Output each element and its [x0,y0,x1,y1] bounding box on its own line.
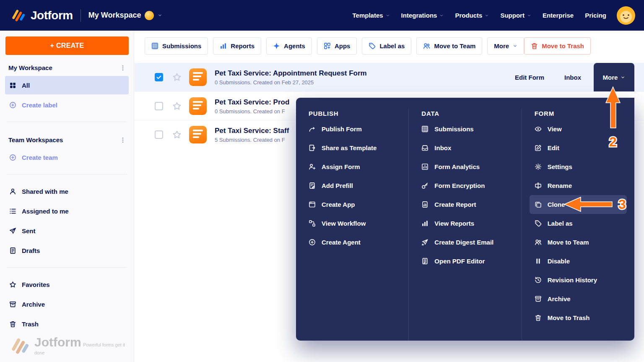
menu-item-create-agent[interactable]: Create Agent [304,233,401,252]
menu-item-share-as-template[interactable]: Share as Template [304,138,401,157]
star-icon[interactable] [172,130,182,139]
sidebar-item-label: Shared with me [22,188,68,195]
menu-item-label: Create App [322,201,355,208]
sidebar-item-assigned-to-me[interactable]: Assigned to me [5,202,129,220]
menu-item-assign-form[interactable]: Assign Form [304,157,401,176]
sidebar-item-shared-with-me[interactable]: Shared with me [5,182,129,201]
sidebar-item-archive[interactable]: Archive [5,295,129,313]
menu-item-view[interactable]: View [530,120,627,138]
menu-item-create-digest-email[interactable]: Create Digest Email [416,233,514,252]
menu-item-archive[interactable]: Archive [530,289,627,308]
analytics-icon [421,163,428,170]
edit-form-link[interactable]: Edit Form [515,74,544,81]
row-checkbox[interactable] [155,130,163,139]
jotform-watermark: Jotform Powerful forms get it done [10,336,134,356]
nav-item-integrations[interactable]: Integrations [401,12,444,19]
toolbar-button-label: Label as [379,42,405,49]
chevron-down-icon [527,13,531,18]
jotform-logo-icon [11,8,26,23]
menu-item-view-workflow[interactable]: View Workflow [304,214,401,233]
menu-item-form-encryption[interactable]: Form Encryption [416,176,514,195]
sidebar-item-favorites[interactable]: Favorites [5,275,129,294]
menu-item-label: Form Encryption [434,182,485,189]
star-icon[interactable] [172,102,182,111]
grid-icon [151,42,158,49]
sidebar-item-label: All [22,82,30,89]
menu-item-create-app[interactable]: Create App [304,195,401,214]
sidebar-item-create-label[interactable]: Create label [5,96,129,114]
menu-item-settings[interactable]: Settings [530,157,627,176]
trash-icon [531,42,538,49]
plus-circle-icon [9,154,16,161]
form-row-text: Pet Taxi Service: Prod0 Submissions. Cre… [215,98,289,115]
nav-item-pricing[interactable]: Pricing [585,12,606,19]
inbox-link[interactable]: Inbox [564,74,581,81]
doc-icon [9,247,16,254]
menu-item-label-as[interactable]: Label as [530,214,627,233]
sidebar-item-trash[interactable]: Trash [5,315,129,333]
form-title: Pet Taxi Service: Staff [215,126,289,135]
toolbar-apps-button[interactable]: Apps [317,37,357,55]
nav-item-products[interactable]: Products [455,12,489,19]
sidebar-item-sent[interactable]: Sent [5,221,129,240]
toolbar-more-label: More [494,42,509,49]
form-row[interactable]: Pet Taxi Service: Appointment Request Fo… [135,63,644,91]
row-more-button[interactable]: More [594,63,634,91]
trash-icon [535,314,542,321]
nav-item-templates[interactable]: Templates [352,12,390,19]
toolbar-button-label: Apps [335,42,351,49]
workspace-switcher[interactable]: My Workspace [88,11,163,20]
sidebar-item-drafts[interactable]: Drafts [5,241,129,260]
menu-item-label: Label as [548,220,573,227]
menu-item-view-reports[interactable]: View Reports [416,214,514,233]
report-icon [421,201,428,208]
form-meta: 0 Submissions. Created on Feb 27, 2025 [215,79,367,86]
toolbar-move-to-team-button[interactable]: Move to Team [416,37,482,55]
watermark-title: Jotform [34,335,81,349]
menu-item-clone[interactable]: Clone [530,195,627,214]
menu-item-edit[interactable]: Edit [530,138,627,157]
menu-item-move-to-trash[interactable]: Move to Trash [530,308,627,327]
menu-item-inbox[interactable]: Inbox [416,138,514,157]
menu-item-publish-form[interactable]: Publish Form [304,120,401,138]
row-checkbox[interactable] [155,102,163,110]
chevron-down-icon [513,44,517,48]
menu-item-revision-history[interactable]: Revision History [530,271,627,289]
menu-item-label: Disable [548,258,570,265]
kebab-icon[interactable] [119,137,126,143]
sidebar-item-create-team[interactable]: Create team [5,148,129,167]
toolbar-agents-button[interactable]: Agents [266,37,312,55]
menu-item-form-analytics[interactable]: Form Analytics [416,157,514,176]
menu-item-open-pdf-editor[interactable]: Open PDF Editor [416,252,514,271]
toolbar-submissions-button[interactable]: Submissions [145,37,208,55]
create-button[interactable]: + CREATE [5,36,129,55]
toolbar-more-button[interactable]: More [487,37,524,55]
sidebar-item-all[interactable]: All [5,76,129,94]
jotform-logo[interactable]: Jotform [11,8,73,23]
menu-item-label: Create Digest Email [434,239,493,246]
toolbar-reports-button[interactable]: Reports [213,37,261,55]
menu-item-label: Assign Form [322,163,360,170]
star-icon[interactable] [172,73,182,82]
nav-item-enterprise[interactable]: Enterprise [543,12,574,19]
toolbar-move-to-trash-button[interactable]: Move to Trash [524,37,591,55]
kebab-icon[interactable] [119,65,126,71]
menu-item-disable[interactable]: Disable [530,252,627,271]
menu-item-label: Share as Template [322,144,377,151]
menu-item-move-to-team[interactable]: Move to Team [530,233,627,252]
menu-item-submissions[interactable]: Submissions [416,120,514,138]
jotform-logo-icon [10,336,30,356]
app-icon [309,201,316,208]
user-avatar[interactable] [616,6,636,25]
menu-item-label: Move to Team [548,239,589,246]
sidebar-nav: My WorkspaceAllCreate labelTeam Workspac… [0,57,134,333]
toolbar-label-as-button[interactable]: Label as [362,37,411,55]
menu-heading: FORM [535,109,627,119]
row-checkbox[interactable] [155,73,163,81]
menu-item-label: View Reports [434,220,474,227]
menu-item-rename[interactable]: Rename [530,176,627,195]
menu-item-create-report[interactable]: Create Report [416,195,514,214]
chevron-down-icon [439,13,444,18]
menu-item-add-prefill[interactable]: Add Prefill [304,176,401,195]
nav-item-support[interactable]: Support [500,12,531,19]
